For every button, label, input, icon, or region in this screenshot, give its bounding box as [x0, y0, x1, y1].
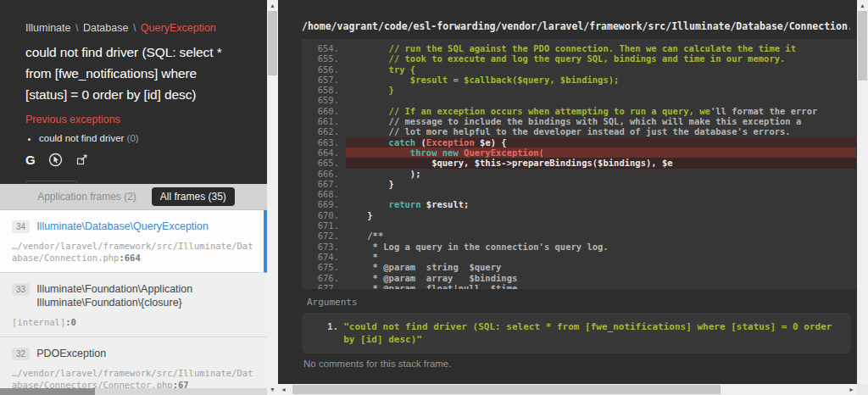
- code-line-number: 668.: [302, 189, 346, 199]
- code-line: 674. *: [302, 252, 856, 262]
- code-segment: }: [346, 179, 394, 189]
- code-line-number: 676.: [302, 273, 346, 283]
- left-panel: Illuminate \ Database \ QueryException c…: [0, 0, 267, 395]
- code-line: 662. // lot more helpful to the develope…: [302, 126, 856, 136]
- detail-panel-vertical-scrollbar[interactable]: ▲: [857, 0, 868, 384]
- launch-icon[interactable]: [75, 153, 89, 166]
- code-segment: QueryException(: [464, 147, 544, 158]
- highlighted-code: catch (Exception $e) {: [346, 137, 856, 147]
- left-horizontal-scrollbar-thumb[interactable]: [0, 388, 95, 395]
- code-line: 677. * @param float|null $time: [302, 283, 856, 289]
- code-segment: [346, 147, 410, 158]
- code-text: /**: [346, 231, 856, 241]
- previous-exceptions-list: could not find driver (0): [39, 131, 242, 145]
- code-text: // message to include the bindings with …: [346, 116, 856, 126]
- frame-file-path: …/vendor/laravel/framework/src/Illuminat…: [12, 367, 257, 388]
- detail-panel-horizontal-scrollbar[interactable]: ◄ ►: [278, 384, 857, 395]
- code-segment: /**: [346, 231, 383, 241]
- code-line: 676. * @param array $bindings: [302, 273, 856, 283]
- scroll-up-arrow-icon[interactable]: ▲: [267, 0, 278, 11]
- code-line: 666. );: [302, 169, 856, 179]
- code-segment: // If an exception occurs when attemptin…: [346, 106, 710, 116]
- code-segment: }: [346, 85, 394, 95]
- breadcrumb: Illuminate \ Database \ QueryException: [25, 22, 242, 34]
- frame-title: Illuminate\Foundation\Application Illumi…: [36, 282, 257, 309]
- scroll-right-arrow-icon[interactable]: ►: [846, 384, 857, 395]
- left-horizontal-scrollbar[interactable]: [0, 388, 267, 395]
- code-line: 673. * Log a query in the connection's q…: [302, 242, 856, 252]
- breadcrumb-namespace: Database: [83, 22, 129, 34]
- frame-head: 34Illuminate\Database\QueryException: [12, 220, 253, 233]
- code-segment: $e) {: [475, 137, 507, 147]
- code-line: 675. * @param string $query: [302, 262, 856, 272]
- code-text: [346, 95, 856, 105]
- tab-all-frames[interactable]: All frames (35): [152, 187, 235, 206]
- left-panel-vertical-scrollbar[interactable]: ▲ ▼: [267, 0, 278, 395]
- code-viewer[interactable]: 654. // run the SQL against the PDO conn…: [302, 39, 856, 289]
- scroll-left-arrow-icon[interactable]: ◄: [278, 384, 289, 395]
- code-line-number: 657.: [302, 75, 346, 85]
- code-line: 661. // message to include the bindings …: [302, 116, 856, 126]
- google-icon[interactable]: G: [25, 153, 36, 167]
- previous-exceptions-heading: Previous exceptions: [25, 114, 242, 125]
- frame-line-number: :0: [65, 317, 76, 327]
- code-segment: $result = $callback($query, $bindings);: [346, 75, 619, 85]
- breadcrumb-separator: \: [128, 22, 140, 34]
- code-text: try {: [346, 64, 856, 75]
- code-line-number: 665.: [302, 158, 346, 168]
- code-line-number: 662.: [302, 126, 346, 136]
- frame-head: 32PDOException: [12, 347, 257, 360]
- code-line: 660. // If an exception occurs when atte…: [302, 106, 856, 116]
- code-line-number: 656.: [302, 64, 346, 75]
- code-line-number: 658.: [302, 85, 346, 95]
- frame-row[interactable]: 32PDOException…/vendor/laravel/framework…: [0, 337, 267, 388]
- tab-application-frames[interactable]: Application frames (2): [32, 187, 142, 206]
- code-segment: );: [346, 169, 421, 179]
- scroll-down-arrow-icon[interactable]: ▼: [267, 384, 278, 395]
- code-segment: throw new: [410, 147, 464, 158]
- code-line: 659.: [302, 95, 856, 105]
- frame-number-badge: 34: [12, 220, 30, 233]
- code-text: // took to execute and log the query SQL…: [346, 53, 856, 64]
- code-line: 670. }: [302, 210, 856, 220]
- code-line-number: 677.: [302, 283, 346, 289]
- code-line-number: 675.: [302, 262, 346, 272]
- frame-line-number: :67: [173, 380, 189, 388]
- code-line-number: 673.: [302, 242, 346, 252]
- code-line: 672. /**: [302, 231, 856, 241]
- frame-title: Illuminate\Database\QueryException: [36, 220, 209, 233]
- detail-panel-scrollbar-thumb[interactable]: [858, 11, 867, 81]
- frame-number-badge: 33: [12, 283, 30, 296]
- previous-exception-item[interactable]: could not find driver (0): [39, 131, 242, 145]
- left-panel-scrollbar-thumb[interactable]: [268, 11, 277, 75]
- frame-file-path: …/vendor/laravel/framework/src/Illuminat…: [12, 240, 253, 264]
- previous-exception-text: could not find driver: [39, 133, 127, 143]
- code-line-number: 659.: [302, 95, 346, 105]
- code-text: // lot more helpful to the developer ins…: [346, 126, 856, 136]
- code-segment: // lot more helpful to the developer ins…: [346, 126, 791, 136]
- code-segment: // run the SQL against the PDO connectio…: [346, 43, 796, 53]
- exception-message: could not find driver (SQL: select * fro…: [25, 42, 242, 105]
- code-line-number: 654.: [302, 43, 346, 53]
- code-segment: try {: [346, 64, 415, 75]
- breadcrumb-namespace: Illuminate: [25, 22, 71, 34]
- code-line-number: 660.: [302, 106, 346, 116]
- code-text: * @param string $query: [346, 262, 856, 272]
- code-text: );: [346, 169, 856, 179]
- code-segment: * Log a query in the connection's query …: [346, 242, 609, 252]
- breadcrumb-separator: \: [71, 22, 83, 34]
- code-line: 654. // run the SQL against the PDO conn…: [302, 43, 856, 53]
- code-line: 669. return $result;: [302, 199, 856, 209]
- frame-row[interactable]: 33Illuminate\Foundation\Application Illu…: [0, 273, 267, 337]
- highlighted-code: $query, $this->prepareBindings($bindings…: [346, 158, 856, 168]
- code-line: 663. catch (Exception $e) {: [302, 137, 856, 147]
- code-segment: *: [346, 252, 378, 262]
- frames-tab-bar: Application frames (2)All frames (35): [0, 184, 267, 210]
- cursor-circle-icon[interactable]: [48, 153, 63, 167]
- code-line-number: 663.: [302, 137, 346, 147]
- arguments-heading: Arguments: [307, 297, 358, 308]
- frame-row[interactable]: 34Illuminate\Database\QueryException…/ve…: [0, 210, 267, 273]
- detail-horizontal-scrollbar-thumb[interactable]: [292, 385, 721, 394]
- code-line: 664. throw new QueryException(: [302, 147, 856, 158]
- scroll-up-arrow-icon[interactable]: ▲: [857, 0, 868, 11]
